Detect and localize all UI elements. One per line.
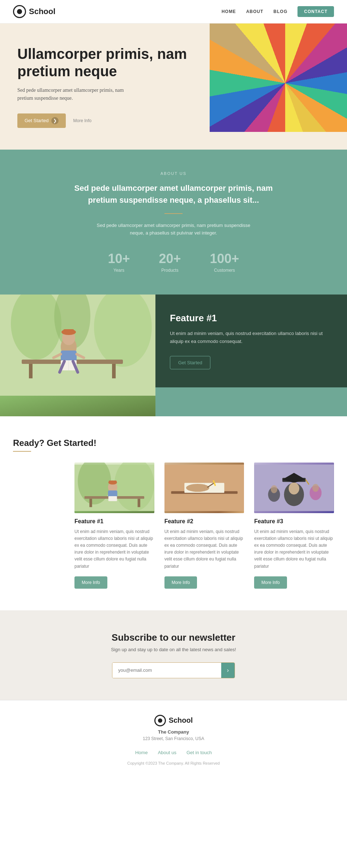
footer-logo-icon: [154, 715, 166, 726]
cards-title-underline: [13, 451, 31, 452]
nav-links: HOME ABOUT BLOG CONTACT: [222, 6, 334, 17]
footer: School The Company 123 Street, San Franc…: [0, 700, 347, 780]
about-text: Sed pede ullamcorper amet ullamcorper pr…: [90, 222, 257, 237]
logo-text: School: [29, 7, 55, 16]
svg-point-33: [186, 484, 209, 492]
stat-customers-number: 100+: [210, 251, 239, 266]
footer-links: Home About us Get in touch: [13, 750, 334, 755]
card-2-title: Feature #2: [164, 518, 244, 525]
newsletter-subtitle: Sign up and stay up to date on all the l…: [13, 647, 334, 652]
card-2-more-info-button[interactable]: More Info: [164, 576, 197, 589]
svg-point-41: [289, 482, 299, 494]
about-divider: [164, 213, 183, 214]
card-3-text: Ut enim ad minim veniam, quis nostrud ex…: [254, 528, 334, 570]
card-3: Feature #3 Ut enim ad minim veniam, quis…: [254, 463, 334, 589]
stat-products-label: Products: [159, 268, 181, 273]
card-3-title: Feature #3: [254, 518, 334, 525]
nav-blog[interactable]: BLOG: [274, 9, 288, 14]
hero-content: Ullamcorper primis, nam pretium neque Se…: [0, 23, 210, 150]
feature-banner: Feature #1 Ut enim ad minim veniam, quis…: [0, 295, 347, 416]
kid-photo: [0, 295, 155, 416]
stat-years-number: 10+: [108, 251, 130, 266]
feature-right: Feature #1 Ut enim ad minim veniam, quis…: [155, 295, 347, 416]
about-label: ABOUT US: [13, 171, 334, 176]
kid-svg: [0, 295, 155, 396]
footer-logo: School: [13, 715, 334, 726]
card-3-more-info-button[interactable]: More Info: [254, 576, 287, 589]
card-2-image: [164, 463, 244, 513]
svg-rect-11: [63, 329, 74, 334]
navbar: School HOME ABOUT BLOG CONTACT: [0, 0, 347, 23]
stat-years: 10+ Years: [108, 251, 130, 273]
stat-years-label: Years: [108, 268, 130, 273]
hero-buttons: Get Started ❯ More Info: [17, 113, 197, 128]
nav-contact-button[interactable]: CONTACT: [297, 6, 334, 17]
stat-customers-label: Customers: [210, 268, 239, 273]
hero-subtitle: Sed pede ullamcorper amet ullamcorper pr…: [17, 86, 126, 103]
newsletter-input-wrap: ›: [112, 662, 235, 678]
hero-section: Ullamcorper primis, nam pretium neque Se…: [0, 23, 347, 150]
newsletter-submit-button[interactable]: ›: [221, 663, 235, 678]
card-1-more-info-button[interactable]: More Info: [74, 576, 107, 589]
card-2-svg: [164, 463, 244, 513]
svg-rect-6: [112, 364, 116, 378]
footer-link-home[interactable]: Home: [135, 750, 148, 755]
svg-rect-28: [109, 480, 117, 483]
card-1-svg: [74, 463, 154, 513]
footer-copyright: Copyright ©2023 The Company. All Rights …: [13, 761, 334, 765]
footer-address: 123 Street, San Francisco, USA: [13, 736, 334, 741]
card-3-image: [254, 463, 334, 513]
feature-get-started-button[interactable]: Get Started: [170, 356, 210, 369]
about-title: Sed pede ullamcorper amet ullamcorper pr…: [72, 182, 275, 206]
logo: School: [13, 5, 55, 18]
svg-rect-23: [138, 499, 140, 507]
feature-image: [0, 295, 155, 416]
green-strip: [155, 387, 347, 416]
cards-section-title: Ready? Get Started!: [13, 438, 334, 448]
newsletter-email-input[interactable]: [112, 663, 221, 678]
hero-get-started-button[interactable]: Get Started ❯: [17, 113, 66, 128]
card-2: Feature #2 Ut enim ad minim veniam, quis…: [164, 463, 244, 589]
hero-title: Ullamcorper primis, nam pretium neque: [17, 45, 197, 80]
hero-image: [210, 23, 347, 132]
feature-content: Feature #1 Ut enim ad minim veniam, quis…: [155, 295, 347, 387]
footer-link-contact[interactable]: Get in touch: [187, 750, 212, 755]
hero-more-info-link[interactable]: More Info: [73, 118, 91, 123]
card-3-svg: [254, 463, 334, 513]
stat-products-number: 20+: [159, 251, 181, 266]
card-1-image: [74, 463, 154, 513]
cards-section: Ready? Get Started!: [0, 416, 347, 610]
about-section: ABOUT US Sed pede ullamcorper amet ullam…: [0, 150, 347, 295]
card-1-text: Ut enim ad minim veniam, quis nostrud ex…: [74, 528, 154, 570]
newsletter-section: Subscribe to our newsletter Sign up and …: [0, 610, 347, 700]
arrow-icon: ❯: [51, 117, 59, 124]
stat-customers: 100+ Customers: [210, 251, 239, 273]
stat-products: 20+ Products: [159, 251, 181, 273]
card-1-title: Feature #1: [74, 518, 154, 525]
nav-home[interactable]: HOME: [222, 9, 236, 14]
footer-link-about[interactable]: About us: [158, 750, 176, 755]
feature-title: Feature #1: [170, 313, 333, 324]
footer-company-name: The Company: [13, 729, 334, 735]
footer-logo-text: School: [169, 716, 193, 725]
cards-header: Ready? Get Started!: [13, 438, 334, 452]
card-1: Feature #1 Ut enim ad minim veniam, quis…: [74, 463, 154, 589]
nav-about[interactable]: ABOUT: [246, 9, 264, 14]
card-2-text: Ut enim ad minim veniam, quis nostrud ex…: [164, 528, 244, 570]
svg-rect-26: [108, 496, 117, 501]
logo-icon: [13, 5, 26, 18]
newsletter-form: ›: [13, 662, 334, 678]
svg-rect-22: [89, 499, 92, 507]
pencils-illustration: [210, 23, 347, 132]
svg-point-43: [271, 485, 277, 493]
stats-container: 10+ Years 20+ Products 100+ Customers: [13, 251, 334, 273]
cards-grid: Feature #1 Ut enim ad minim veniam, quis…: [74, 463, 334, 589]
svg-point-45: [312, 484, 319, 492]
newsletter-title: Subscribe to our newsletter: [13, 632, 334, 643]
feature-text: Ut enim ad minim veniam, quis nostrud ex…: [170, 330, 333, 345]
svg-rect-5: [29, 364, 33, 378]
svg-rect-8: [61, 351, 77, 361]
